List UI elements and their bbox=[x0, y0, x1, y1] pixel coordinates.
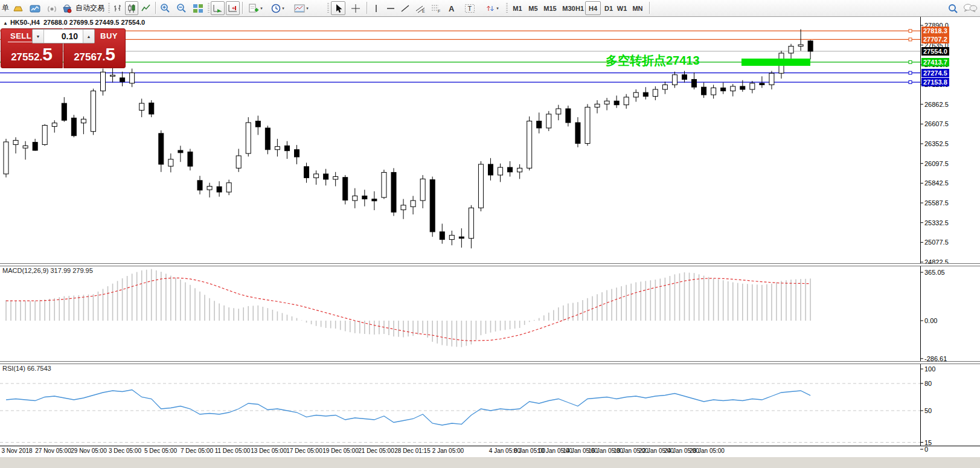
time-label: 28 Jan 05:00 bbox=[690, 447, 725, 454]
price-tick-label: 25332.5 bbox=[924, 219, 949, 226]
svg-text:T: T bbox=[468, 5, 472, 12]
timeframe-h1-button[interactable]: H1 bbox=[573, 1, 586, 15]
bar-chart-mode-icon[interactable] bbox=[111, 1, 124, 15]
price-tick-label: 26607.5 bbox=[924, 120, 949, 127]
timeframe-mn-button[interactable]: MN bbox=[630, 1, 645, 15]
templates-icon bbox=[294, 4, 305, 13]
chart-annotation-text[interactable]: 多空转折点27413 bbox=[606, 53, 700, 69]
channel-icon[interactable]: E bbox=[413, 1, 428, 15]
price-tick-label: 25842.5 bbox=[924, 179, 949, 187]
svg-text:E: E bbox=[422, 9, 425, 13]
time-label: 29 Nov 05:00 bbox=[71, 447, 107, 454]
price-tick-label: 26097.5 bbox=[924, 160, 949, 167]
timeframe-m5-button[interactable]: M5 bbox=[526, 1, 540, 15]
toolbar-grip bbox=[208, 3, 210, 13]
volume-spinner: ▼ ▲ bbox=[32, 29, 95, 43]
timeframe-d1-button[interactable]: D1 bbox=[602, 1, 615, 15]
toolbar-grip bbox=[108, 3, 110, 13]
gold-icon[interactable] bbox=[11, 1, 25, 15]
vertical-line-icon[interactable] bbox=[370, 1, 383, 15]
chevron-down-icon: ▾ bbox=[306, 6, 309, 11]
periods-button[interactable]: ▾ bbox=[268, 1, 287, 15]
toolbar-grip bbox=[506, 3, 508, 13]
mt4-terminal: 27890.027635.027380.027125.026862.526607… bbox=[0, 0, 980, 468]
time-label: 7 Dec 05:00 bbox=[181, 447, 213, 454]
toolbar-separator bbox=[155, 2, 156, 14]
volume-increase-button[interactable]: ▲ bbox=[83, 30, 94, 43]
timeframe-m15-button[interactable]: M15 bbox=[541, 1, 559, 15]
chat-icon[interactable] bbox=[962, 1, 979, 15]
buy-price: 27567.5 bbox=[64, 44, 125, 65]
price-badge: 27818.3 bbox=[921, 27, 949, 35]
time-label: 11 Dec 05:00 bbox=[215, 447, 251, 454]
rsi-label: RSI(14) 66.7543 bbox=[2, 365, 51, 372]
symbol-ohlc: 27688.0 27699.5 27449.5 27554.0 bbox=[43, 19, 145, 26]
templates-button[interactable]: ▾ bbox=[291, 1, 312, 15]
chevron-down-icon: ▾ bbox=[496, 6, 499, 11]
pane-splitter-macd[interactable] bbox=[0, 263, 980, 266]
rsi-tick-label: 100 bbox=[924, 365, 935, 373]
toolbar-grip bbox=[327, 3, 329, 13]
svg-text:A: A bbox=[449, 4, 455, 13]
time-label: 3 Dec 05:00 bbox=[109, 447, 141, 454]
rsi-tick-label: 15 bbox=[924, 439, 932, 446]
cursor-icon[interactable] bbox=[331, 1, 345, 15]
zoom-in-icon[interactable] bbox=[158, 1, 173, 15]
text-icon[interactable]: A bbox=[446, 1, 458, 15]
time-label: 21 Dec 05:00 bbox=[358, 447, 394, 454]
trendline-icon[interactable] bbox=[399, 1, 412, 15]
indicators-icon bbox=[248, 4, 259, 13]
search-icon[interactable] bbox=[946, 1, 960, 15]
horizontal-line-icon[interactable] bbox=[384, 1, 397, 15]
chevron-down-icon: ▾ bbox=[260, 6, 263, 11]
volume-decrease-button[interactable]: ▼ bbox=[33, 30, 44, 43]
chart-canvas[interactable] bbox=[0, 0, 980, 468]
collapse-arrow-icon[interactable]: ▲ bbox=[3, 21, 8, 26]
auto-trading-button[interactable]: 自动交易 bbox=[74, 1, 106, 15]
toolbar-separator bbox=[242, 2, 243, 14]
arrows-tool-button[interactable]: ▾ bbox=[482, 1, 502, 15]
candlestick-mode-icon[interactable] bbox=[125, 1, 138, 15]
price-tick-label: 25077.5 bbox=[924, 239, 949, 246]
auto-scroll-icon[interactable] bbox=[211, 1, 225, 15]
signal-icon[interactable] bbox=[45, 1, 59, 15]
crosshair-icon[interactable] bbox=[348, 1, 363, 15]
line-chart-mode-icon[interactable] bbox=[139, 1, 153, 15]
pane-splitter-rsi[interactable] bbox=[0, 361, 980, 364]
price-tick-label: 25587.5 bbox=[924, 199, 949, 207]
tile-windows-icon[interactable] bbox=[191, 1, 205, 15]
volume-input[interactable] bbox=[44, 30, 83, 43]
timeframe-w1-button[interactable]: W1 bbox=[615, 1, 629, 15]
one-click-trading-panel: SELL 27552.5 BUY 27567.5 ▼ ▲ bbox=[1, 28, 126, 68]
fibonacci-icon[interactable]: F bbox=[429, 1, 443, 15]
rsi-tick-label: 50 bbox=[924, 407, 932, 414]
sell-label: SELL bbox=[8, 31, 34, 42]
text-label-icon[interactable]: T bbox=[463, 1, 477, 15]
price-badge: 27153.8 bbox=[921, 78, 949, 86]
cloud-chart-icon[interactable] bbox=[28, 1, 42, 15]
price-tick-label: 26862.5 bbox=[924, 101, 949, 108]
toolbar: 单 自动交易 bbox=[0, 0, 980, 17]
zoom-out-icon[interactable] bbox=[175, 1, 189, 15]
time-label: 19 Dec 05:00 bbox=[322, 447, 359, 454]
chart-shift-icon[interactable] bbox=[226, 1, 240, 15]
sell-price: 27552.5 bbox=[1, 44, 62, 65]
indicators-button[interactable]: ▾ bbox=[245, 1, 266, 15]
timeframe-m1-button[interactable]: M1 bbox=[510, 1, 525, 15]
price-badge: 27707.2 bbox=[921, 35, 949, 43]
time-label: 13 Dec 05:00 bbox=[251, 447, 287, 454]
buy-label: BUY bbox=[100, 31, 118, 40]
time-label: 2 Jan 05:00 bbox=[432, 447, 464, 454]
toolbar-separator bbox=[649, 2, 650, 14]
auto-trading-icon[interactable] bbox=[60, 1, 74, 15]
time-label: 17 Dec 05:00 bbox=[286, 447, 322, 454]
periods-clock-icon bbox=[271, 4, 281, 13]
macd-tick-label: 0.00 bbox=[924, 317, 937, 324]
toolbar-separator bbox=[367, 2, 368, 14]
time-label: 3 Nov 2018 bbox=[1, 447, 32, 454]
timeframe-h4-button[interactable]: H4 bbox=[585, 1, 601, 15]
price-badge: 27554.0 bbox=[921, 47, 949, 56]
new-order-partial-label[interactable]: 单 bbox=[1, 1, 10, 15]
macd-label: MACD(12,26,9) 317.99 279.95 bbox=[2, 267, 93, 274]
rsi-tick-label: 80 bbox=[924, 380, 932, 387]
